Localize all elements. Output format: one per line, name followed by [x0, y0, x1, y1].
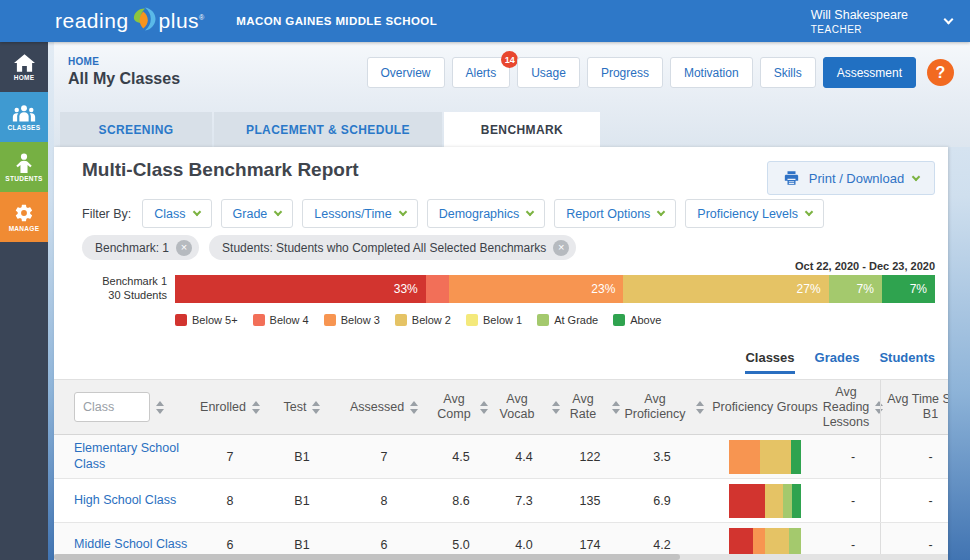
chevron-down-icon: [274, 208, 282, 216]
view-tab-grades[interactable]: Grades: [815, 350, 860, 374]
legend-swatch-below3: [324, 314, 336, 326]
legend-swatch-atgrade: [537, 314, 549, 326]
chevron-down-icon: [657, 208, 665, 216]
legend-swatch-below1: [466, 314, 478, 326]
classes-icon: [12, 104, 36, 122]
nav-progress-button[interactable]: Progress: [587, 57, 663, 88]
nav-skills-button[interactable]: Skills: [760, 57, 816, 88]
filter-demographics-dropdown[interactable]: Demographics: [427, 199, 546, 228]
nav-alerts-button[interactable]: Alerts 14: [452, 57, 511, 88]
chip-students-completed: Students: Students who Completed All Sel…: [209, 235, 576, 260]
class-filter-input[interactable]: [74, 392, 150, 422]
sort-icon[interactable]: [156, 401, 164, 414]
bar-segment: [791, 440, 801, 474]
sidebar-item-home[interactable]: HOME: [0, 42, 48, 92]
sidebar-item-students[interactable]: STUDENTS: [0, 142, 48, 192]
chip-close-icon[interactable]: ×: [176, 240, 192, 256]
proficiency-legend: Below 5+ Below 4 Below 3 Below 2 Below 1…: [175, 314, 661, 326]
table-header-row: Enrolled Test Assessed Avg Comp Avg Voca…: [54, 379, 948, 435]
class-link[interactable]: Elementary School Class: [74, 441, 179, 471]
table-view-tabs: Classes Grades Students: [745, 350, 935, 374]
filter-class-dropdown[interactable]: Class: [142, 199, 211, 228]
user-name: Will Shakespeare: [811, 8, 908, 22]
proficiency-groups-minibar: [729, 484, 801, 518]
bar-segment: [729, 440, 760, 474]
chevron-down-icon: [526, 208, 534, 216]
bar-segment: [783, 484, 792, 518]
date-range: Oct 22, 2020 - Dec 23, 2020: [795, 260, 935, 272]
logo-swirl-icon: [129, 6, 159, 36]
chip-close-icon[interactable]: ×: [553, 240, 569, 256]
alerts-count-badge: 14: [501, 51, 518, 68]
sort-icon[interactable]: [410, 401, 418, 414]
tab-placement-schedule[interactable]: PLACEMENT & SCHEDULE: [214, 112, 442, 147]
sort-icon[interactable]: [252, 401, 260, 414]
chevron-down-icon: [805, 208, 813, 216]
class-link[interactable]: High School Class: [74, 493, 176, 507]
nav-usage-button[interactable]: Usage: [517, 57, 580, 88]
print-chevron-down-icon: [912, 172, 920, 180]
help-question-icon[interactable]: ?: [927, 59, 954, 86]
class-link[interactable]: Middle School Class: [74, 537, 187, 551]
chevron-down-icon: [398, 208, 406, 216]
printer-icon: [783, 170, 800, 186]
sidebar-item-classes[interactable]: CLASSES: [0, 92, 48, 142]
scrollbar-thumb[interactable]: [54, 554, 680, 560]
bar-segment: 23%: [449, 275, 624, 303]
sort-icon[interactable]: [552, 401, 560, 414]
nav-overview-button[interactable]: Overview: [367, 57, 445, 88]
sort-icon[interactable]: [696, 401, 704, 414]
page-title: All My Classes: [68, 70, 180, 88]
view-tab-students[interactable]: Students: [879, 350, 935, 374]
breadcrumb: HOME All My Classes: [68, 56, 180, 88]
breadcrumb-home-link[interactable]: HOME: [68, 56, 180, 67]
table-row: High School Class 8 B1 8 8.6 7.3 135 6.9…: [54, 479, 948, 523]
legend-swatch-below2: [395, 314, 407, 326]
bar-segment: [729, 484, 765, 518]
logo-text-reading: reading: [55, 9, 129, 33]
logo-text-plus: plus: [159, 9, 200, 33]
report-nav: Overview Alerts 14 Usage Progress Motiva…: [367, 57, 955, 88]
manage-gear-icon: [14, 203, 34, 223]
home-icon: [14, 54, 35, 72]
filter-proficiency-levels-dropdown[interactable]: Proficiency Levels: [685, 199, 824, 228]
filter-grade-dropdown[interactable]: Grade: [221, 199, 294, 228]
horizontal-scrollbar[interactable]: [54, 554, 948, 560]
bar-segment: 27%: [623, 275, 828, 303]
benchmark-report-card: Multi-Class Benchmark Report Print / Dow…: [54, 147, 948, 560]
logo-trademark: ®: [199, 14, 204, 21]
view-tab-classes[interactable]: Classes: [745, 350, 794, 374]
user-menu[interactable]: Will Shakespeare TEACHER: [811, 8, 908, 35]
legend-swatch-below5: [175, 314, 187, 326]
tab-benchmark[interactable]: BENCHMARK: [444, 112, 600, 151]
tab-screening[interactable]: SCREENING: [60, 112, 212, 147]
sidebar-item-manage[interactable]: MANAGE: [0, 192, 48, 242]
sort-icon[interactable]: [312, 401, 320, 414]
filter-report-options-dropdown[interactable]: Report Options: [554, 199, 676, 228]
chip-benchmark-1: Benchmark: 1 ×: [82, 235, 199, 260]
bar-segment: [760, 440, 791, 474]
bar-segment: 33%: [175, 275, 426, 303]
filter-by-label: Filter By:: [82, 207, 131, 221]
user-menu-chevron-down-icon[interactable]: [944, 15, 954, 25]
chevron-down-icon: [192, 208, 200, 216]
bar-segment: [426, 275, 449, 303]
proficiency-stacked-bar: 33%23%27%7%7%: [175, 275, 935, 303]
filter-lessons-time-dropdown[interactable]: Lessons/Time: [302, 199, 417, 228]
reading-plus-logo[interactable]: reading plus ®: [55, 6, 204, 36]
print-download-button[interactable]: Print / Download: [767, 161, 935, 195]
sidebar: HOME CLASSES STUDENTS MANAGE: [0, 42, 48, 560]
bar-segment: 7%: [882, 275, 935, 303]
nav-assessment-button[interactable]: Assessment: [823, 57, 916, 88]
assessment-tabs: SCREENING PLACEMENT & SCHEDULE BENCHMARK: [60, 112, 600, 151]
bar-label: Benchmark 1 30 Students: [82, 275, 167, 303]
sort-icon[interactable]: [480, 401, 488, 414]
nav-motivation-button[interactable]: Motivation: [670, 57, 753, 88]
proficiency-groups-minibar: [729, 440, 801, 474]
table-row: Elementary School Class 7 B1 7 4.5 4.4 1…: [54, 435, 948, 479]
legend-swatch-above: [613, 314, 625, 326]
active-filter-chips: Benchmark: 1 × Students: Students who Co…: [82, 235, 576, 260]
sort-icon[interactable]: [612, 401, 620, 414]
students-icon: [14, 153, 34, 173]
bar-segment: [792, 484, 801, 518]
